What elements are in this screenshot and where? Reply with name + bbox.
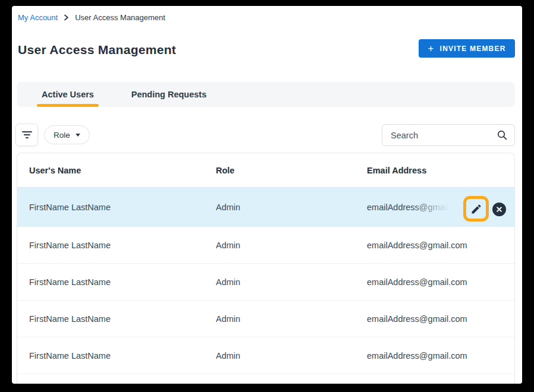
edit-user-button[interactable]: [466, 199, 486, 219]
cell-name: FirstName LastName: [17, 277, 204, 287]
tab-pending-requests-label: Pending Requests: [131, 90, 207, 99]
cell-email: emailAddress@gmail.com: [355, 277, 514, 287]
column-header-role: Role: [204, 166, 355, 175]
annotation-highlight: [463, 196, 489, 222]
tab-active-users-label: Active Users: [42, 90, 94, 99]
screenshot-frame: My Account User Access Management User A…: [0, 0, 534, 392]
table-row[interactable]: FirstName LastName Admin emailAddress@gm…: [17, 337, 514, 374]
users-table: User's Name Role Email Address FirstName…: [17, 153, 515, 384]
cell-name: FirstName LastName: [17, 241, 204, 250]
cell-role: Admin: [204, 203, 355, 212]
table-row-partial: [17, 374, 514, 384]
cell-name: FirstName LastName: [17, 351, 204, 361]
cell-role: Admin: [204, 351, 355, 361]
search-box: [382, 124, 515, 146]
page-content: My Account User Access Management User A…: [12, 6, 522, 384]
tab-active-users[interactable]: Active Users: [32, 82, 103, 107]
remove-user-button[interactable]: [492, 203, 506, 216]
invite-member-button[interactable]: + INVITE MEMBER: [419, 39, 515, 58]
column-header-email: Email Address: [355, 166, 514, 175]
pencil-icon: [470, 203, 482, 215]
cell-email: emailAddress@gmail.com: [367, 203, 463, 212]
filter-button[interactable]: [15, 124, 38, 146]
cell-role: Admin: [204, 277, 355, 287]
table-row[interactable]: FirstName LastName Admin emailAddress@gm…: [17, 227, 514, 264]
breadcrumb: My Account User Access Management: [18, 13, 165, 22]
table-row[interactable]: FirstName LastName Admin emailAddress@gm…: [17, 264, 514, 301]
role-dropdown-label: Role: [54, 131, 70, 140]
table-row-highlighted[interactable]: FirstName LastName Admin emailAddress@gm…: [17, 188, 514, 227]
cell-email: emailAddress@gmail.com: [355, 241, 514, 250]
tab-pending-requests[interactable]: Pending Requests: [117, 82, 221, 107]
breadcrumb-current: User Access Management: [75, 13, 165, 22]
search-icon[interactable]: [497, 130, 507, 140]
active-tab-underline: [37, 104, 99, 107]
cell-name: FirstName LastName: [17, 203, 204, 212]
cell-email: emailAddress@gmail.com: [355, 351, 514, 361]
cell-email: emailAddress@gmail.com: [355, 314, 514, 324]
table-header-row: User's Name Role Email Address: [17, 153, 514, 188]
filter-icon: [22, 131, 32, 132]
x-icon: [497, 207, 502, 212]
role-dropdown[interactable]: Role: [44, 125, 90, 144]
page-title: User Access Management: [18, 43, 176, 57]
cell-name: FirstName LastName: [17, 314, 204, 324]
plus-icon: +: [428, 43, 434, 53]
search-input[interactable]: [391, 131, 497, 140]
invite-member-label: INVITE MEMBER: [440, 45, 506, 53]
chevron-right-icon: [64, 14, 69, 21]
table-row[interactable]: FirstName LastName Admin emailAddress@gm…: [17, 301, 514, 337]
cell-role: Admin: [204, 241, 355, 250]
chevron-down-icon: [76, 134, 80, 137]
column-header-name: User's Name: [17, 166, 204, 175]
breadcrumb-link-my-account[interactable]: My Account: [18, 13, 58, 22]
cell-role: Admin: [204, 314, 355, 324]
tab-bar: Active Users Pending Requests: [17, 82, 515, 107]
